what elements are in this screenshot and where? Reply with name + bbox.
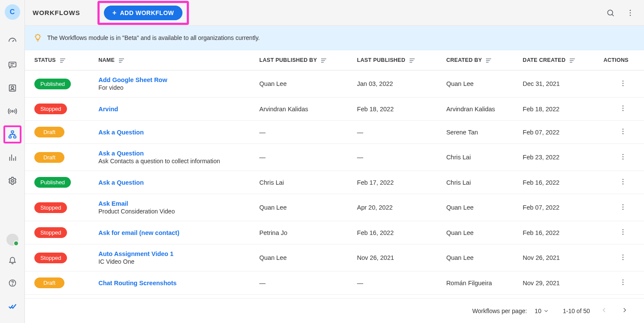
main-panel: WORKFLOWS + ADD WORKFLOW The Workflows m… xyxy=(25,0,644,323)
cell-created-by: Quan Lee xyxy=(441,244,517,271)
banner-text: The Workflows module is in "Beta" and is… xyxy=(47,34,260,41)
cell-date-created: Dec 31, 2021 xyxy=(518,70,598,98)
table-row: StoppedAsk EmailProduct Consideration Vi… xyxy=(25,194,644,221)
workflow-link[interactable]: Arvind xyxy=(98,106,118,113)
svg-point-21 xyxy=(623,131,623,132)
more-vert-icon xyxy=(626,9,635,17)
col-name[interactable]: NAME xyxy=(93,50,254,70)
row-actions-menu[interactable] xyxy=(619,104,627,112)
message-icon xyxy=(8,60,17,70)
reports-icon xyxy=(8,153,17,162)
row-actions-menu[interactable] xyxy=(619,278,627,286)
cell-date-created: Feb 23, 2022 xyxy=(518,144,598,171)
chevron-left-icon xyxy=(600,306,608,314)
more-vert-icon xyxy=(619,128,627,135)
svg-point-13 xyxy=(630,15,631,16)
beta-banner: The Workflows module is in "Beta" and is… xyxy=(25,26,644,50)
nav-contacts[interactable] xyxy=(3,79,21,97)
topbar: WORKFLOWS + ADD WORKFLOW xyxy=(25,0,644,26)
table-row: PublishedAdd Google Sheet RowFor videoQu… xyxy=(25,70,644,98)
nav-messages[interactable] xyxy=(3,56,21,74)
workflow-subtitle: For video xyxy=(98,84,249,91)
nav-reports[interactable] xyxy=(3,149,21,167)
svg-point-22 xyxy=(623,133,623,134)
table-row: StoppedAsk for email (new contact)Petrin… xyxy=(25,221,644,244)
search-icon xyxy=(606,9,615,17)
sort-icon xyxy=(321,58,326,63)
workflow-link[interactable]: Ask a Question xyxy=(98,129,144,136)
svg-point-10 xyxy=(608,10,613,15)
nav-brand[interactable] xyxy=(3,297,21,315)
user-presence[interactable] xyxy=(6,234,18,246)
svg-point-17 xyxy=(623,106,623,107)
row-actions-menu[interactable] xyxy=(619,203,627,211)
pager-next[interactable] xyxy=(618,305,631,317)
cell-date-created: Nov 29, 2021 xyxy=(518,271,598,295)
svg-point-33 xyxy=(623,232,623,232)
col-last-published[interactable]: LAST PUBLISHED xyxy=(352,50,441,70)
row-actions-menu[interactable] xyxy=(619,178,627,186)
workflow-link[interactable]: Ask Email xyxy=(98,200,128,207)
nav-broadcast[interactable] xyxy=(3,102,21,120)
cell-last-published-by: Quan Lee xyxy=(254,244,352,271)
col-created-by[interactable]: CREATED BY xyxy=(441,50,517,70)
workflow-link[interactable]: Chat Routing Screenshots xyxy=(98,280,176,286)
table-row: DraftAsk a QuestionAsk Contacts a questi… xyxy=(25,144,644,171)
nav-notifications[interactable] xyxy=(3,251,21,269)
col-status[interactable]: STATUS xyxy=(25,50,93,70)
cell-last-published: Feb 17, 2022 xyxy=(352,171,441,194)
workflow-link[interactable]: Ask for email (new contact) xyxy=(98,229,179,236)
cell-last-published-by: Petrina Jo xyxy=(254,221,352,244)
svg-point-26 xyxy=(623,179,623,180)
col-date-created[interactable]: DATE CREATED xyxy=(518,50,598,70)
cell-created-by: Arvindran Kalidas xyxy=(441,98,517,121)
search-button[interactable] xyxy=(605,7,617,19)
row-actions-menu[interactable] xyxy=(619,253,627,261)
svg-point-23 xyxy=(623,154,623,155)
svg-rect-4 xyxy=(11,131,14,133)
svg-point-32 xyxy=(623,229,623,230)
workflow-link[interactable]: Ask a Question xyxy=(98,179,144,186)
col-last-published-by[interactable]: LAST PUBLISHED BY xyxy=(254,50,352,70)
more-vert-icon xyxy=(619,153,627,161)
status-badge: Draft xyxy=(34,127,64,137)
workflow-link[interactable]: Auto Assignment Video 1 xyxy=(98,250,173,257)
svg-rect-5 xyxy=(9,136,11,138)
nav-settings[interactable] xyxy=(3,172,21,190)
cell-last-published-by: Arvindran Kalidas xyxy=(254,98,352,121)
pager-prev[interactable] xyxy=(598,305,611,317)
bell-icon xyxy=(8,256,17,264)
table-row: DraftAsk a Question——Serene TanFeb 07, 2… xyxy=(25,121,644,144)
status-badge: Draft xyxy=(34,152,64,163)
add-workflow-button[interactable]: + ADD WORKFLOW xyxy=(104,6,183,20)
nav-help[interactable] xyxy=(3,274,21,292)
table-row: PublishedInstagram Auto ReplyInstagram A… xyxy=(25,295,644,299)
workflow-icon xyxy=(8,130,17,139)
svg-point-7 xyxy=(11,180,14,182)
page-size-select[interactable]: 10 xyxy=(535,308,549,314)
gauge-icon xyxy=(8,37,17,46)
row-actions-menu[interactable] xyxy=(619,153,627,161)
workflow-link[interactable]: Ask a Question xyxy=(98,150,144,157)
status-badge: Published xyxy=(34,177,71,188)
svg-point-34 xyxy=(623,234,623,235)
svg-point-37 xyxy=(623,259,623,260)
table-row: DraftChat Routing Screenshots——Román Fil… xyxy=(25,271,644,295)
row-actions-menu[interactable] xyxy=(619,79,627,87)
row-actions-menu[interactable] xyxy=(619,128,627,135)
svg-point-29 xyxy=(623,204,623,205)
svg-point-3 xyxy=(12,110,13,112)
workflow-link[interactable]: Add Google Sheet Row xyxy=(98,76,167,83)
chevron-right-icon xyxy=(621,306,629,314)
nav-dashboard[interactable] xyxy=(3,33,21,51)
svg-point-30 xyxy=(623,206,623,207)
more-vert-icon xyxy=(619,228,627,236)
row-actions-menu[interactable] xyxy=(619,228,627,236)
cell-created-by: Quan Lee xyxy=(441,221,517,244)
svg-point-24 xyxy=(623,156,623,157)
topbar-more-button[interactable] xyxy=(624,7,636,19)
nav-workflows[interactable] xyxy=(3,125,21,143)
svg-rect-6 xyxy=(13,136,16,138)
svg-point-19 xyxy=(623,110,623,111)
workspace-avatar[interactable]: C xyxy=(5,4,20,20)
